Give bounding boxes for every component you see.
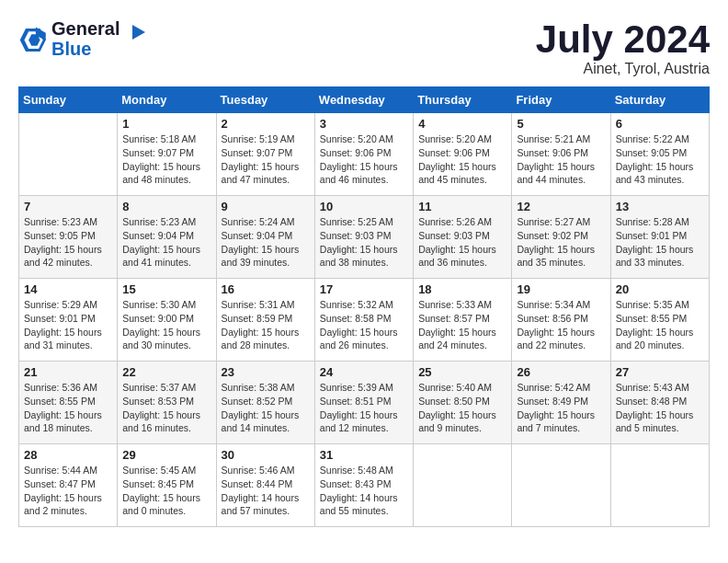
calendar-cell: 13Sunrise: 5:28 AMSunset: 9:01 PMDayligh…	[610, 196, 709, 279]
calendar-cell: 27Sunrise: 5:43 AMSunset: 8:48 PMDayligh…	[610, 362, 709, 444]
logo: General Blue	[18, 18, 145, 59]
day-info: Sunrise: 5:34 AMSunset: 8:56 PMDaylight:…	[517, 298, 605, 352]
day-number: 4	[418, 117, 506, 131]
day-info: Sunrise: 5:32 AMSunset: 8:58 PMDaylight:…	[320, 298, 408, 352]
day-number: 17	[320, 282, 408, 296]
day-number: 26	[517, 365, 605, 379]
day-info: Sunrise: 5:44 AMSunset: 8:47 PMDaylight:…	[24, 464, 112, 518]
logo-blue: Blue	[51, 39, 145, 59]
day-info: Sunrise: 5:48 AMSunset: 8:43 PMDaylight:…	[320, 464, 408, 518]
day-info: Sunrise: 5:23 AMSunset: 9:04 PMDaylight:…	[122, 215, 210, 270]
day-info: Sunrise: 5:35 AMSunset: 8:55 PMDaylight:…	[616, 298, 704, 352]
header-monday: Monday	[118, 87, 216, 113]
day-info: Sunrise: 5:25 AMSunset: 9:03 PMDaylight:…	[320, 215, 408, 270]
calendar-cell: 6Sunrise: 5:22 AMSunset: 9:05 PMDaylight…	[610, 113, 709, 196]
day-number: 21	[24, 365, 112, 379]
day-info: Sunrise: 5:20 AMSunset: 9:06 PMDaylight:…	[320, 132, 408, 187]
calendar-cell: 14Sunrise: 5:29 AMSunset: 9:01 PMDayligh…	[19, 279, 118, 362]
day-info: Sunrise: 5:37 AMSunset: 8:53 PMDaylight:…	[122, 381, 210, 435]
calendar-cell: 3Sunrise: 5:20 AMSunset: 9:06 PMDaylight…	[314, 113, 413, 196]
day-info: Sunrise: 5:39 AMSunset: 8:51 PMDaylight:…	[320, 381, 408, 435]
calendar-cell: 16Sunrise: 5:31 AMSunset: 8:59 PMDayligh…	[216, 279, 314, 362]
week-row-5: 28Sunrise: 5:44 AMSunset: 8:47 PMDayligh…	[19, 444, 710, 527]
calendar-cell: 24Sunrise: 5:39 AMSunset: 8:51 PMDayligh…	[314, 362, 413, 444]
calendar-cell: 20Sunrise: 5:35 AMSunset: 8:55 PMDayligh…	[610, 279, 709, 362]
day-info: Sunrise: 5:23 AMSunset: 9:05 PMDaylight:…	[24, 215, 112, 270]
calendar-cell: 26Sunrise: 5:42 AMSunset: 8:49 PMDayligh…	[512, 362, 610, 444]
day-info: Sunrise: 5:42 AMSunset: 8:49 PMDaylight:…	[517, 381, 605, 435]
day-info: Sunrise: 5:18 AMSunset: 9:07 PMDaylight:…	[122, 132, 210, 187]
calendar-table: SundayMondayTuesdayWednesdayThursdayFrid…	[18, 86, 710, 527]
calendar-cell: 30Sunrise: 5:46 AMSunset: 8:44 PMDayligh…	[216, 444, 314, 527]
day-info: Sunrise: 5:27 AMSunset: 9:02 PMDaylight:…	[517, 215, 605, 270]
calendar-cell	[19, 113, 118, 196]
calendar-cell: 15Sunrise: 5:30 AMSunset: 9:00 PMDayligh…	[118, 279, 216, 362]
calendar-cell: 2Sunrise: 5:19 AMSunset: 9:07 PMDaylight…	[216, 113, 314, 196]
week-row-1: 1Sunrise: 5:18 AMSunset: 9:07 PMDaylight…	[19, 113, 710, 196]
day-info: Sunrise: 5:30 AMSunset: 9:00 PMDaylight:…	[122, 298, 210, 352]
calendar-cell: 11Sunrise: 5:26 AMSunset: 9:03 PMDayligh…	[414, 196, 512, 279]
calendar-cell	[512, 444, 610, 527]
day-number: 13	[616, 200, 704, 213]
logo-icon	[18, 26, 46, 52]
calendar-cell: 10Sunrise: 5:25 AMSunset: 9:03 PMDayligh…	[314, 196, 413, 279]
calendar-cell: 7Sunrise: 5:23 AMSunset: 9:05 PMDaylight…	[19, 196, 118, 279]
week-row-4: 21Sunrise: 5:36 AMSunset: 8:55 PMDayligh…	[19, 362, 710, 444]
week-row-3: 14Sunrise: 5:29 AMSunset: 9:01 PMDayligh…	[19, 279, 710, 362]
calendar-cell: 19Sunrise: 5:34 AMSunset: 8:56 PMDayligh…	[512, 279, 610, 362]
day-number: 16	[222, 282, 310, 296]
calendar-cell: 31Sunrise: 5:48 AMSunset: 8:43 PMDayligh…	[314, 444, 413, 527]
header-sunday: Sunday	[19, 87, 118, 113]
day-number: 28	[24, 448, 112, 462]
day-info: Sunrise: 5:40 AMSunset: 8:50 PMDaylight:…	[418, 381, 506, 435]
day-number: 22	[122, 365, 210, 379]
day-info: Sunrise: 5:22 AMSunset: 9:05 PMDaylight:…	[616, 132, 704, 187]
week-row-2: 7Sunrise: 5:23 AMSunset: 9:05 PMDaylight…	[19, 196, 710, 279]
day-number: 8	[122, 200, 210, 213]
day-number: 5	[517, 117, 605, 131]
day-number: 12	[517, 200, 605, 213]
day-number: 25	[418, 365, 506, 379]
title-block: July 2024 Ainet, Tyrol, Austria	[536, 18, 710, 77]
calendar-cell	[414, 444, 512, 527]
day-info: Sunrise: 5:21 AMSunset: 9:06 PMDaylight:…	[517, 132, 605, 187]
day-info: Sunrise: 5:43 AMSunset: 8:48 PMDaylight:…	[616, 381, 704, 435]
calendar-cell: 1Sunrise: 5:18 AMSunset: 9:07 PMDaylight…	[118, 113, 216, 196]
day-info: Sunrise: 5:29 AMSunset: 9:01 PMDaylight:…	[24, 298, 112, 352]
page-header: General Blue July 2024 Ainet, Tyrol, Aus…	[18, 18, 710, 77]
day-info: Sunrise: 5:36 AMSunset: 8:55 PMDaylight:…	[24, 381, 112, 435]
calendar-cell: 29Sunrise: 5:45 AMSunset: 8:45 PMDayligh…	[118, 444, 216, 527]
location-subtitle: Ainet, Tyrol, Austria	[536, 61, 710, 77]
day-number: 3	[320, 117, 408, 131]
day-info: Sunrise: 5:45 AMSunset: 8:45 PMDaylight:…	[122, 464, 210, 518]
day-number: 30	[222, 448, 310, 462]
day-number: 29	[122, 448, 210, 462]
calendar-cell: 12Sunrise: 5:27 AMSunset: 9:02 PMDayligh…	[512, 196, 610, 279]
day-info: Sunrise: 5:20 AMSunset: 9:06 PMDaylight:…	[418, 132, 506, 187]
calendar-cell: 8Sunrise: 5:23 AMSunset: 9:04 PMDaylight…	[118, 196, 216, 279]
calendar-cell: 4Sunrise: 5:20 AMSunset: 9:06 PMDaylight…	[414, 113, 512, 196]
day-number: 27	[616, 365, 704, 379]
header-tuesday: Tuesday	[216, 87, 314, 113]
month-year-title: July 2024	[536, 18, 710, 61]
day-number: 9	[222, 200, 310, 213]
day-number: 19	[517, 282, 605, 296]
day-info: Sunrise: 5:33 AMSunset: 8:57 PMDaylight:…	[418, 298, 506, 352]
day-number: 24	[320, 365, 408, 379]
day-number: 7	[24, 200, 112, 213]
calendar-cell: 17Sunrise: 5:32 AMSunset: 8:58 PMDayligh…	[314, 279, 413, 362]
header-wednesday: Wednesday	[314, 87, 413, 113]
header-thursday: Thursday	[414, 87, 512, 113]
day-info: Sunrise: 5:24 AMSunset: 9:04 PMDaylight:…	[222, 215, 310, 270]
calendar-cell: 9Sunrise: 5:24 AMSunset: 9:04 PMDaylight…	[216, 196, 314, 279]
svg-marker-4	[132, 25, 145, 40]
day-number: 11	[418, 200, 506, 213]
day-number: 15	[122, 282, 210, 296]
logo-name: General	[51, 18, 145, 39]
calendar-cell: 5Sunrise: 5:21 AMSunset: 9:06 PMDaylight…	[512, 113, 610, 196]
day-info: Sunrise: 5:19 AMSunset: 9:07 PMDaylight:…	[222, 132, 310, 187]
day-info: Sunrise: 5:31 AMSunset: 8:59 PMDaylight:…	[222, 298, 310, 352]
day-number: 6	[616, 117, 704, 131]
header-saturday: Saturday	[610, 87, 709, 113]
day-number: 23	[222, 365, 310, 379]
